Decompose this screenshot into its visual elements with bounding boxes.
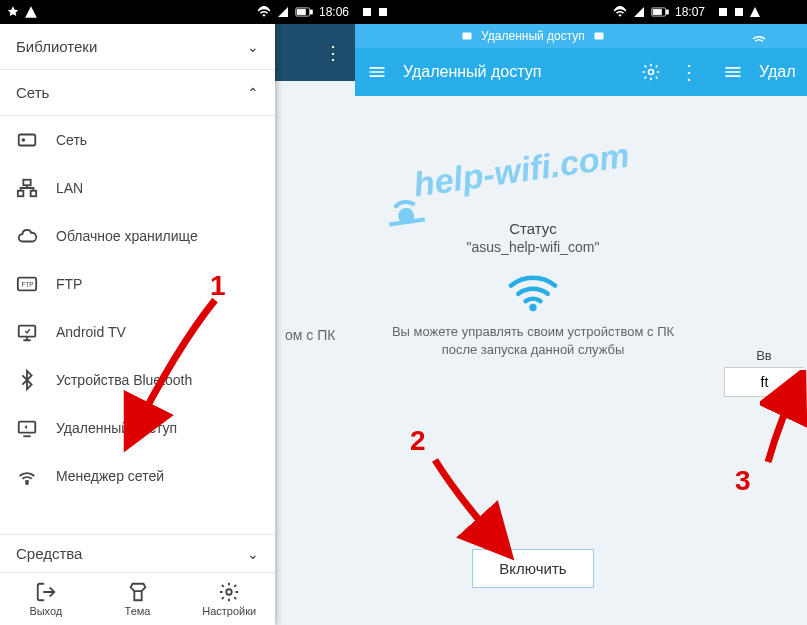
bluetooth-icon — [16, 369, 38, 391]
bottom-bar: Выход Тема Настройки — [0, 572, 275, 625]
annotation-marker-3: 3 — [735, 465, 751, 497]
enable-button[interactable]: Включить — [472, 549, 593, 588]
annotation-marker-2: 2 — [410, 425, 426, 457]
notification-row: Удаленный доступ — [355, 24, 711, 48]
svg-rect-1 — [310, 10, 312, 14]
menu-item-cloud[interactable]: Облачное хранилище — [0, 212, 275, 260]
svg-point-24 — [529, 304, 536, 311]
phone-screenshot-2: 18:07 Удаленный доступ Удаленный доступ … — [355, 0, 711, 625]
svg-rect-26 — [735, 8, 743, 16]
remote-icon — [16, 417, 38, 439]
app-header-behind: ⋮ — [275, 24, 355, 81]
clock: 18:06 — [319, 5, 349, 19]
status-bar: 18:06 — [0, 0, 355, 24]
menu-item-bluetooth[interactable]: Устройства Bluetooth — [0, 356, 275, 404]
svg-text:FTP: FTP — [22, 281, 34, 288]
exit-icon — [35, 581, 57, 603]
svg-rect-7 — [31, 191, 36, 197]
tv-icon — [16, 321, 38, 343]
svg-rect-6 — [18, 191, 24, 197]
overflow-icon[interactable]: ⋮ — [677, 60, 701, 84]
page-title: Удаленный доступ — [403, 63, 625, 81]
svg-rect-2 — [297, 9, 305, 15]
section-libraries[interactable]: Библиотеки ⌄ — [0, 24, 275, 69]
navigation-drawer: Библиотеки ⌄ Сеть ⌃ Сеть LAN Облачное хр… — [0, 24, 275, 625]
cloud-icon — [16, 225, 38, 247]
chevron-down-icon: ⌄ — [247, 39, 259, 55]
app-bar: Удал — [711, 48, 807, 96]
app-bar: Удаленный доступ ⋮ — [355, 48, 711, 96]
menu-item-androidtv[interactable]: Android TV — [0, 308, 275, 356]
svg-point-12 — [26, 482, 28, 484]
svg-rect-18 — [653, 9, 661, 15]
settings-icon[interactable] — [639, 60, 663, 84]
remote-access-content: help-wifi.com Статус "asus_help-wifi_com… — [355, 96, 711, 604]
watermark: help-wifi.com — [373, 110, 693, 230]
lan-icon — [16, 177, 38, 199]
svg-rect-19 — [463, 33, 472, 40]
svg-rect-25 — [719, 8, 727, 16]
svg-rect-3 — [19, 135, 36, 146]
svg-rect-17 — [666, 10, 668, 14]
menu-item-ftp[interactable]: FTP FTP — [0, 260, 275, 308]
overflow-icon[interactable]: ⋮ — [324, 42, 343, 64]
chevron-down-icon: ⌄ — [247, 546, 259, 562]
section-network[interactable]: Сеть ⌃ — [0, 70, 275, 115]
svg-rect-20 — [594, 33, 603, 40]
svg-rect-10 — [19, 326, 36, 337]
svg-text:help-wifi.com: help-wifi.com — [411, 136, 631, 204]
menu-item-lan[interactable]: LAN — [0, 164, 275, 212]
remote-access-content: Вв — [711, 96, 807, 397]
bottom-exit[interactable]: Выход — [0, 573, 92, 625]
menu-item-network[interactable]: Сеть — [0, 116, 275, 164]
bottom-theme[interactable]: Тема — [92, 573, 184, 625]
wifi-manager-icon — [16, 465, 38, 487]
page-title: Удал — [759, 63, 797, 81]
annotation-marker-1: 1 — [210, 270, 226, 302]
svg-point-13 — [226, 589, 232, 595]
bottom-settings[interactable]: Настройки — [183, 573, 275, 625]
svg-rect-5 — [23, 180, 30, 186]
hamburger-icon[interactable] — [721, 60, 745, 84]
input-hint: Вв — [721, 348, 807, 363]
svg-point-21 — [649, 70, 654, 75]
menu-item-remote-access[interactable]: Удаленный доступ — [0, 404, 275, 452]
hamburger-icon[interactable] — [365, 60, 389, 84]
svg-rect-15 — [379, 8, 387, 16]
ftp-icon: FTP — [16, 273, 38, 295]
status-bar: 18:07 — [355, 0, 711, 24]
status-label: Статус — [371, 220, 695, 237]
network-icon — [16, 129, 38, 151]
svg-point-4 — [22, 139, 24, 141]
address-input[interactable] — [724, 367, 804, 397]
clock: 18:07 — [675, 5, 705, 19]
status-value: "asus_help-wifi_com" — [371, 239, 695, 255]
status-bar — [711, 0, 807, 24]
menu-item-network-manager[interactable]: Менеджер сетей — [0, 452, 275, 500]
svg-rect-14 — [363, 8, 371, 16]
section-tools[interactable]: Средства ⌄ — [0, 535, 275, 572]
gear-icon — [218, 581, 240, 603]
chevron-up-icon: ⌃ — [247, 85, 259, 101]
notification-row — [711, 24, 807, 48]
background-content: ом с ПК — [275, 81, 355, 625]
phone-screenshot-1: 18:06 ⋮ ом с ПК Библиотеки ⌄ Сеть ⌃ Сеть… — [0, 0, 355, 625]
phone-screenshot-3: Удал Вв — [711, 0, 807, 625]
description-text: Вы можете управлять своим устройством с … — [371, 323, 695, 359]
theme-icon — [127, 581, 149, 603]
wifi-icon — [505, 269, 561, 313]
